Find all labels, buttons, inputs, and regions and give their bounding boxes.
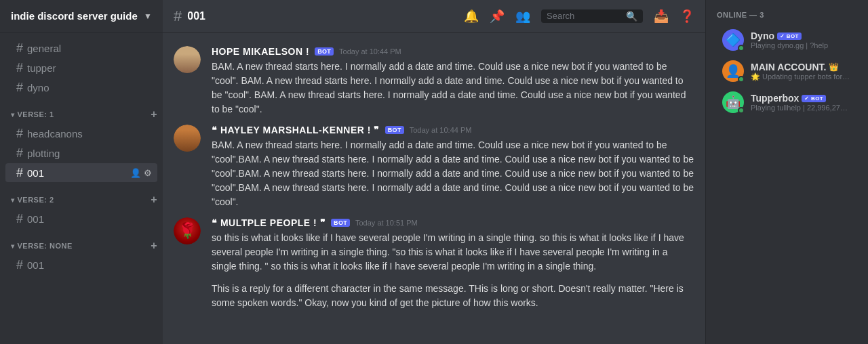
hash-icon: # (16, 259, 23, 271)
section-label: VERSE: NONE (18, 242, 73, 250)
online-status-main: 🌟 Updating tupper bots for "... (751, 72, 852, 81)
section-versenone[interactable]: ▾ VERSE: NONE + (0, 229, 163, 255)
channel-label: 001 (27, 259, 44, 271)
sidebar-item-versenone-001[interactable]: # 001 (5, 255, 157, 274)
gear-icon[interactable]: ⚙ (144, 168, 152, 178)
online-user-info-main: MAIN ACCOUNT. 👑 🌟 Updating tupper bots f… (751, 62, 852, 81)
sidebar-item-general[interactable]: # general (5, 39, 157, 58)
online-avatar-dyno: 🔷 (722, 29, 744, 51)
sidebar-item-plotting[interactable]: # plotting (5, 144, 157, 163)
message-hayley: ❝ HAYLEY MARSHALL-KENNER ! ❞ BOT Today a… (163, 122, 705, 212)
channel-label: tupper (27, 62, 56, 74)
search-box[interactable]: Search 🔍 (541, 9, 643, 23)
bell-icon[interactable]: 🔔 (464, 9, 479, 24)
add-channel-button[interactable]: + (151, 194, 157, 206)
channel-label: 001 (27, 213, 44, 225)
channel-label: headcanons (27, 128, 83, 139)
bot-badge-dyno: ✓ BOT (777, 33, 802, 40)
online-username-main: MAIN ACCOUNT. 👑 (751, 62, 852, 72)
search-icon: 🔍 (626, 11, 637, 22)
sidebar-item-verse2-001[interactable]: # 001 (5, 209, 157, 228)
messages-container: HOPE MIKAELSON ! BOT Today at 10:44 PM B… (163, 33, 705, 344)
channel-label: plotting (27, 148, 60, 159)
username-multple: ❝ MULTPLE PEOPLE ! ❞ (212, 217, 326, 228)
members-icon[interactable]: 👥 (515, 9, 530, 24)
hash-icon: # (16, 167, 23, 179)
sidebar-item-tupper[interactable]: # tupper (5, 58, 157, 77)
main-content: # 001 🔔 📌 👥 Search 🔍 📥 ❓ HOPE MIKAELSON … (163, 0, 705, 344)
sidebar-item-dyno[interactable]: # dyno (5, 78, 157, 97)
header-actions: 🔔 📌 👥 Search 🔍 📥 ❓ (464, 9, 694, 24)
server-chevron: ▼ (144, 12, 152, 21)
server-header[interactable]: indie discord server guide ▼ (0, 0, 163, 33)
timestamp-hayley: Today at 10:44 PM (410, 126, 472, 134)
help-icon[interactable]: ❓ (679, 9, 694, 24)
inbox-icon[interactable]: 📥 (654, 9, 669, 24)
online-status-dot (738, 45, 745, 51)
message-content-hope: HOPE MIKAELSON ! BOT Today at 10:44 PM B… (212, 46, 694, 116)
message-text-multple-2: This is a reply for a different characte… (212, 282, 694, 310)
search-label: Search (547, 11, 574, 21)
online-user-info-tupperbox: Tupperbox ✓ BOT Playing tullhelp | 22,99… (751, 93, 852, 112)
section-arrow: ▾ (11, 242, 15, 250)
people-icon[interactable]: 👤 (130, 168, 141, 178)
online-header: ONLINE — 3 (706, 11, 868, 24)
online-user-tupperbox[interactable]: 🤖 Tupperbox ✓ BOT Playing tullhelp | 22,… (711, 87, 863, 117)
section-verse1[interactable]: ▾ VERSE: 1 + (0, 98, 163, 123)
hash-icon: # (16, 62, 23, 74)
hash-icon: # (16, 42, 23, 54)
channel-settings-icons: 👤 ⚙ (130, 168, 152, 178)
message-content-multple: ❝ MULTPLE PEOPLE ! ❞ BOT Today at 10:51 … (212, 217, 694, 310)
avatar-multple: 🌹 (174, 217, 201, 244)
hash-icon: # (16, 81, 23, 93)
channel-label: general (27, 43, 61, 54)
message-content-hayley: ❝ HAYLEY MARSHALL-KENNER ! ❞ BOT Today a… (212, 125, 694, 209)
online-status-dot-tupperbox (738, 107, 745, 114)
message-text-multple-1: so this is what it looks like if I have … (212, 231, 694, 274)
online-status-dot-main (738, 76, 745, 83)
message-header-hope: HOPE MIKAELSON ! BOT Today at 10:44 PM (212, 46, 694, 57)
section-label: VERSE: 2 (18, 196, 54, 204)
add-channel-button[interactable]: + (151, 108, 157, 121)
section-label: VERSE: 1 (18, 110, 54, 119)
online-user-dyno[interactable]: 🔷 Dyno ✓ BOT Playing dyno.gg | ?help (711, 25, 863, 55)
message-text-hayley: BAM. A new thread starts here. I normall… (212, 138, 694, 209)
online-user-info-dyno: Dyno ✓ BOT Playing dyno.gg | ?help (751, 30, 852, 49)
hash-icon: # (16, 213, 23, 225)
add-channel-button[interactable]: + (151, 240, 157, 252)
online-status-dyno: Playing dyno.gg | ?help (751, 41, 852, 49)
channel-hash-icon: # (174, 7, 182, 25)
hash-icon: # (16, 127, 23, 139)
sidebar: indie discord server guide ▼ # general #… (0, 0, 163, 344)
message-header-hayley: ❝ HAYLEY MARSHALL-KENNER ! ❞ BOT Today a… (212, 125, 694, 135)
online-panel: ONLINE — 3 🔷 Dyno ✓ BOT Playing dyno.gg … (705, 0, 868, 344)
message-multple: 🌹 ❝ MULTPLE PEOPLE ! ❞ BOT Today at 10:5… (163, 215, 705, 313)
timestamp-multple: Today at 10:51 PM (355, 219, 418, 227)
timestamp-hope: Today at 10:44 PM (339, 47, 401, 56)
online-status-tupperbox: Playing tullhelp | 22,996,270 r... (751, 104, 852, 112)
online-user-main[interactable]: 👤 MAIN ACCOUNT. 👑 🌟 Updating tupper bots… (711, 56, 863, 86)
channel-label: 001 (27, 167, 44, 179)
sidebar-item-001-active[interactable]: # 001 👤 ⚙ (5, 163, 157, 182)
channel-list: # general # tupper # dyno ▾ VERSE: 1 + #… (0, 33, 163, 344)
section-arrow: ▾ (11, 196, 15, 204)
hash-icon: # (16, 147, 23, 159)
sidebar-item-headcanons[interactable]: # headcanons (5, 124, 157, 143)
bot-badge-hope: BOT (315, 47, 334, 56)
server-name: indie discord server guide (11, 10, 138, 22)
username-hope: HOPE MIKAELSON ! (212, 46, 309, 57)
pin-icon[interactable]: 📌 (490, 9, 505, 24)
online-avatar-tupperbox: 🤖 (722, 91, 744, 113)
message-header-multple: ❝ MULTPLE PEOPLE ! ❞ BOT Today at 10:51 … (212, 217, 694, 228)
avatar-hayley (174, 125, 201, 152)
message-text-hope: BAM. A new thread starts here. I normall… (212, 60, 694, 116)
avatar-hope (174, 46, 201, 73)
crown-icon: 👑 (829, 62, 839, 72)
online-username-tupperbox: Tupperbox ✓ BOT (751, 93, 852, 104)
section-verse2[interactable]: ▾ VERSE: 2 + (0, 183, 163, 209)
online-username-dyno: Dyno ✓ BOT (751, 30, 852, 41)
online-avatar-main: 👤 (722, 60, 744, 82)
section-arrow: ▾ (11, 111, 15, 119)
bot-badge-multple: BOT (331, 219, 350, 227)
bot-badge-hayley: BOT (385, 126, 404, 134)
